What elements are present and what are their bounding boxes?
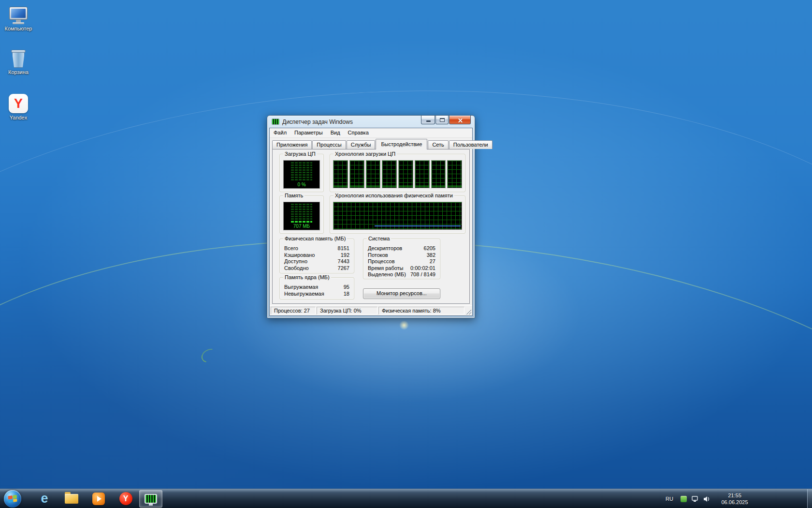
network-icon[interactable] [691, 495, 699, 503]
yandex-icon: Y [1, 92, 36, 113]
cpu-history-group-title: Хронология загрузки ЦП [334, 150, 397, 157]
window-client-area: Файл Параметры Вид Справка Приложения Пр… [269, 128, 473, 316]
taskbar-item-yandex-browser[interactable]: Y [112, 489, 139, 508]
start-button[interactable] [4, 490, 21, 508]
recycle-bin-icon [1, 46, 36, 68]
taskbar-item-explorer[interactable] [58, 489, 85, 508]
cpu-history-panel [382, 160, 397, 188]
taskbar-item-internet-explorer[interactable]: e [31, 489, 58, 508]
stat-row: Процессов27 [368, 258, 435, 265]
tab-applications[interactable]: Приложения [272, 140, 312, 149]
folder-icon [65, 494, 78, 504]
cpu-history-panel [333, 160, 348, 188]
desktop-icon-recycle-bin[interactable]: Корзина [1, 46, 36, 75]
memory-value: 707 МБ [284, 224, 319, 230]
cpu-history-panel [447, 160, 462, 188]
stat-row: Выгружаемая95 [284, 284, 349, 291]
taskbar: e Y RU 21:55 06.06.2025 [0, 489, 812, 508]
tray-date: 06.06.2025 [717, 499, 752, 506]
tray-time: 21:55 [717, 492, 752, 499]
status-physical-memory: Физическая память: 8% [378, 307, 464, 314]
cpu-history-panel [431, 160, 446, 188]
cpu-history-panel [366, 160, 381, 188]
menu-help[interactable]: Справка [344, 128, 373, 137]
desktop-icon-label: Компьютер [1, 26, 36, 31]
menu-file[interactable]: Файл [270, 128, 290, 137]
performance-tab-page: Загрузка ЦП 0 % Хронология загрузки ЦП [272, 149, 470, 304]
cpu-history-panel [398, 160, 413, 188]
volume-icon[interactable] [703, 495, 710, 503]
tab-performance[interactable]: Быстродействие [376, 139, 427, 149]
system-tray: RU 21:55 06.06.2025 [661, 489, 812, 508]
status-bar: Процессов: 27 Загрузка ЦП: 0% Физическая… [270, 305, 472, 315]
stat-row: Свободно7267 [284, 265, 349, 272]
memory-group-title: Память [283, 192, 304, 199]
cpu-usage-meter: 0 % [283, 160, 320, 189]
language-indicator[interactable]: RU [663, 489, 676, 508]
kernel-memory-group-title: Память ядра (МБ) [283, 274, 331, 281]
media-player-icon [92, 493, 105, 505]
task-manager-window: Диспетчер задач Windows Файл Параметры В… [267, 115, 475, 318]
stat-row: Невыгружаемая18 [284, 291, 349, 298]
memory-led [291, 204, 312, 223]
cpu-usage-led [291, 162, 312, 181]
desktop-icon-label: Корзина [1, 69, 36, 75]
cpu-history-panel [415, 160, 430, 188]
memory-history-graph [333, 202, 462, 230]
minimize-button[interactable] [421, 116, 435, 124]
close-icon [458, 118, 463, 123]
cpu-history-graphs [333, 160, 462, 188]
cpu-usage-group: Загрузка ЦП 0 % [279, 154, 324, 192]
physical-memory-group-title: Физическая память (МБ) [283, 235, 347, 242]
desktop-icon-label: Yandex [1, 115, 36, 120]
maximize-button[interactable] [435, 116, 449, 124]
wallpaper-sprout [199, 346, 219, 365]
kernel-memory-group: Память ядра (МБ) Выгружаемая95 Невыгружа… [279, 277, 354, 299]
resize-grip[interactable] [465, 308, 471, 314]
clock[interactable]: 21:55 06.06.2025 [717, 492, 752, 506]
maximize-icon [440, 118, 445, 122]
cpu-usage-group-title: Загрузка ЦП [283, 150, 317, 157]
task-manager-icon [272, 119, 279, 125]
memory-history-group-title: Хронология использования физической памя… [334, 192, 454, 199]
status-processes: Процессов: 27 [271, 307, 316, 314]
tray-app-icon[interactable] [680, 495, 687, 503]
cpu-history-panel [349, 160, 364, 188]
tab-users[interactable]: Пользователи [449, 140, 493, 149]
close-button[interactable] [449, 116, 471, 124]
menu-options[interactable]: Параметры [290, 128, 327, 137]
desktop-icon-computer[interactable]: Компьютер [1, 3, 36, 31]
windows-flag-icon [8, 494, 17, 502]
computer-icon [1, 3, 36, 24]
system-group: Система Дескрипторов6205 Потоков382 Проц… [363, 239, 440, 279]
menu-bar: Файл Параметры Вид Справка [270, 128, 472, 138]
tab-processes[interactable]: Процессы [312, 140, 346, 149]
cpu-usage-value: 0 % [284, 182, 319, 188]
internet-explorer-icon: e [41, 492, 48, 505]
show-desktop-button[interactable] [807, 489, 812, 508]
stat-row: Дескрипторов6205 [368, 245, 435, 252]
stat-row: Доступно7443 [284, 258, 349, 265]
stat-row: Время работы0:00:02:01 [368, 265, 435, 272]
taskbar-item-task-manager[interactable] [139, 490, 162, 508]
desktop-icon-yandex[interactable]: Y Yandex [1, 92, 36, 120]
memory-usage-line [375, 225, 461, 226]
menu-view[interactable]: Вид [327, 128, 344, 137]
window-title: Диспетчер задач Windows [282, 119, 353, 125]
minimize-icon [426, 120, 431, 122]
stat-row: Кэшировано192 [284, 252, 349, 259]
stat-row: Выделено (МБ)708 / 8149 [368, 271, 435, 278]
status-cpu-usage: Загрузка ЦП: 0% [317, 307, 377, 314]
stat-row: Всего8151 [284, 245, 349, 252]
tab-networking[interactable]: Сеть [428, 140, 448, 149]
physical-memory-group: Физическая память (МБ) Всего8151 Кэширов… [279, 239, 354, 273]
yandex-browser-icon: Y [119, 492, 132, 505]
taskbar-item-media-player[interactable] [85, 489, 112, 508]
system-group-title: Система [367, 235, 391, 242]
task-manager-taskbar-icon [145, 494, 157, 504]
memory-history-group: Хронология использования физической памя… [330, 195, 465, 234]
wallpaper-flower [399, 320, 409, 330]
resource-monitor-button[interactable]: Монитор ресурсов... [363, 288, 440, 299]
tab-services[interactable]: Службы [347, 140, 376, 149]
tab-strip: Приложения Процессы Службы Быстродействи… [272, 139, 470, 149]
